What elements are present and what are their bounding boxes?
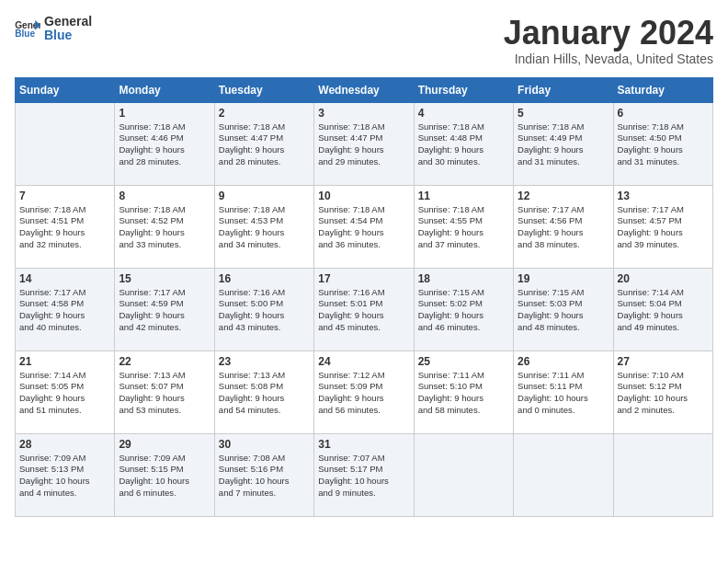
calendar-cell: 26Sunrise: 7:11 AM Sunset: 5:11 PM Dayli… (514, 350, 613, 433)
day-content: Sunrise: 7:07 AM Sunset: 5:17 PM Dayligh… (318, 453, 409, 500)
calendar-cell: 30Sunrise: 7:08 AM Sunset: 5:16 PM Dayli… (214, 433, 313, 516)
day-number: 24 (318, 355, 409, 368)
day-number: 19 (518, 272, 609, 285)
day-content: Sunrise: 7:18 AM Sunset: 4:54 PM Dayligh… (318, 204, 409, 251)
calendar-cell: 10Sunrise: 7:18 AM Sunset: 4:54 PM Dayli… (314, 185, 414, 268)
calendar-cell: 18Sunrise: 7:15 AM Sunset: 5:02 PM Dayli… (414, 268, 513, 350)
day-content: Sunrise: 7:18 AM Sunset: 4:51 PM Dayligh… (19, 204, 110, 251)
day-content: Sunrise: 7:09 AM Sunset: 5:15 PM Dayligh… (119, 453, 210, 500)
calendar-cell: 4Sunrise: 7:18 AM Sunset: 4:48 PM Daylig… (414, 102, 513, 185)
day-number: 13 (618, 190, 709, 202)
day-content: Sunrise: 7:18 AM Sunset: 4:46 PM Dayligh… (119, 121, 210, 168)
calendar-cell (613, 433, 712, 516)
day-number: 27 (618, 355, 709, 368)
logo-icon: General Blue (15, 18, 40, 39)
title-block: January 2024 Indian Hills, Nevada, Unite… (504, 15, 713, 66)
calendar-cell: 9Sunrise: 7:18 AM Sunset: 4:53 PM Daylig… (214, 185, 313, 268)
day-number: 3 (318, 107, 409, 120)
calendar-cell: 3Sunrise: 7:18 AM Sunset: 4:47 PM Daylig… (314, 102, 414, 185)
header-friday: Friday (514, 77, 613, 102)
day-content: Sunrise: 7:13 AM Sunset: 5:07 PM Dayligh… (119, 370, 210, 417)
calendar-cell: 16Sunrise: 7:16 AM Sunset: 5:00 PM Dayli… (214, 268, 313, 350)
day-number: 21 (19, 355, 110, 368)
calendar-cell: 27Sunrise: 7:10 AM Sunset: 5:12 PM Dayli… (613, 350, 712, 433)
day-number: 1 (119, 107, 210, 120)
day-number: 28 (19, 438, 110, 451)
day-content: Sunrise: 7:12 AM Sunset: 5:09 PM Dayligh… (318, 370, 409, 417)
day-content: Sunrise: 7:09 AM Sunset: 5:13 PM Dayligh… (19, 453, 110, 500)
page-header: General Blue General Blue January 2024 I… (15, 15, 713, 66)
logo-general-text: General (44, 14, 92, 29)
day-content: Sunrise: 7:17 AM Sunset: 4:56 PM Dayligh… (518, 204, 609, 251)
calendar-header-row: SundayMondayTuesdayWednesdayThursdayFrid… (16, 77, 713, 102)
svg-text:Blue: Blue (15, 29, 35, 40)
day-content: Sunrise: 7:08 AM Sunset: 5:16 PM Dayligh… (219, 453, 310, 500)
header-saturday: Saturday (613, 77, 712, 102)
day-number: 20 (618, 272, 709, 285)
day-number: 23 (219, 355, 310, 368)
calendar-cell: 28Sunrise: 7:09 AM Sunset: 5:13 PM Dayli… (16, 433, 115, 516)
day-content: Sunrise: 7:18 AM Sunset: 4:50 PM Dayligh… (618, 121, 709, 168)
calendar-cell: 2Sunrise: 7:18 AM Sunset: 4:47 PM Daylig… (214, 102, 313, 185)
day-number: 17 (318, 272, 409, 285)
day-number: 14 (19, 272, 110, 285)
calendar-table: SundayMondayTuesdayWednesdayThursdayFrid… (15, 77, 713, 517)
day-content: Sunrise: 7:18 AM Sunset: 4:48 PM Dayligh… (418, 121, 509, 168)
day-number: 29 (119, 438, 210, 451)
calendar-cell: 8Sunrise: 7:18 AM Sunset: 4:52 PM Daylig… (115, 185, 214, 268)
day-content: Sunrise: 7:18 AM Sunset: 4:53 PM Dayligh… (219, 204, 310, 251)
day-content: Sunrise: 7:18 AM Sunset: 4:52 PM Dayligh… (119, 204, 210, 251)
day-content: Sunrise: 7:14 AM Sunset: 5:04 PM Dayligh… (618, 287, 709, 334)
day-content: Sunrise: 7:18 AM Sunset: 4:47 PM Dayligh… (219, 121, 310, 168)
calendar-cell: 15Sunrise: 7:17 AM Sunset: 4:59 PM Dayli… (115, 268, 214, 350)
header-wednesday: Wednesday (314, 77, 414, 102)
day-number: 7 (19, 190, 110, 202)
calendar-cell: 6Sunrise: 7:18 AM Sunset: 4:50 PM Daylig… (613, 102, 712, 185)
calendar-cell: 12Sunrise: 7:17 AM Sunset: 4:56 PM Dayli… (514, 185, 613, 268)
day-number: 16 (219, 272, 310, 285)
day-number: 18 (418, 272, 509, 285)
day-number: 9 (219, 190, 310, 202)
day-number: 30 (219, 438, 310, 451)
day-content: Sunrise: 7:17 AM Sunset: 4:59 PM Dayligh… (119, 287, 210, 334)
day-number: 31 (318, 438, 409, 451)
day-content: Sunrise: 7:18 AM Sunset: 4:47 PM Dayligh… (318, 121, 409, 168)
calendar-cell: 5Sunrise: 7:18 AM Sunset: 4:49 PM Daylig… (514, 102, 613, 185)
calendar-cell: 14Sunrise: 7:17 AM Sunset: 4:58 PM Dayli… (16, 268, 115, 350)
calendar-week-2: 7Sunrise: 7:18 AM Sunset: 4:51 PM Daylig… (16, 185, 713, 268)
day-number: 5 (518, 107, 609, 120)
day-content: Sunrise: 7:17 AM Sunset: 4:57 PM Dayligh… (618, 204, 709, 251)
calendar-cell: 11Sunrise: 7:18 AM Sunset: 4:55 PM Dayli… (414, 185, 513, 268)
calendar-cell: 23Sunrise: 7:13 AM Sunset: 5:08 PM Dayli… (214, 350, 313, 433)
day-number: 26 (518, 355, 609, 368)
day-number: 4 (418, 107, 509, 120)
day-content: Sunrise: 7:11 AM Sunset: 5:10 PM Dayligh… (418, 370, 509, 417)
day-number: 12 (518, 190, 609, 202)
calendar-cell (414, 433, 513, 516)
day-content: Sunrise: 7:16 AM Sunset: 5:00 PM Dayligh… (219, 287, 310, 334)
calendar-title: January 2024 (504, 15, 713, 52)
calendar-cell: 20Sunrise: 7:14 AM Sunset: 5:04 PM Dayli… (613, 268, 712, 350)
calendar-cell: 1Sunrise: 7:18 AM Sunset: 4:46 PM Daylig… (115, 102, 214, 185)
calendar-cell: 22Sunrise: 7:13 AM Sunset: 5:07 PM Dayli… (115, 350, 214, 433)
day-content: Sunrise: 7:18 AM Sunset: 4:49 PM Dayligh… (518, 121, 609, 168)
day-content: Sunrise: 7:13 AM Sunset: 5:08 PM Dayligh… (219, 370, 310, 417)
calendar-cell (16, 102, 115, 185)
day-number: 6 (618, 107, 709, 120)
header-monday: Monday (115, 77, 214, 102)
day-content: Sunrise: 7:15 AM Sunset: 5:02 PM Dayligh… (418, 287, 509, 334)
day-content: Sunrise: 7:15 AM Sunset: 5:03 PM Dayligh… (518, 287, 609, 334)
day-number: 25 (418, 355, 509, 368)
calendar-week-5: 28Sunrise: 7:09 AM Sunset: 5:13 PM Dayli… (16, 433, 713, 516)
calendar-subtitle: Indian Hills, Nevada, United States (504, 52, 713, 66)
logo-blue-text: Blue (44, 28, 72, 42)
calendar-cell: 17Sunrise: 7:16 AM Sunset: 5:01 PM Dayli… (314, 268, 414, 350)
calendar-cell: 25Sunrise: 7:11 AM Sunset: 5:10 PM Dayli… (414, 350, 513, 433)
day-number: 22 (119, 355, 210, 368)
day-number: 10 (318, 190, 409, 202)
day-content: Sunrise: 7:10 AM Sunset: 5:12 PM Dayligh… (618, 370, 709, 417)
day-content: Sunrise: 7:17 AM Sunset: 4:58 PM Dayligh… (19, 287, 110, 334)
day-content: Sunrise: 7:18 AM Sunset: 4:55 PM Dayligh… (418, 204, 509, 251)
day-content: Sunrise: 7:14 AM Sunset: 5:05 PM Dayligh… (19, 370, 110, 417)
day-content: Sunrise: 7:16 AM Sunset: 5:01 PM Dayligh… (318, 287, 409, 334)
